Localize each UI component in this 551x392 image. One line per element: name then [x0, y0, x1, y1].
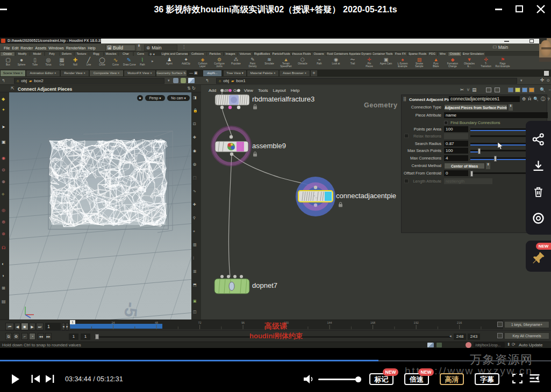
svg-text:144: 144 [327, 321, 332, 324]
svg-text:72: 72 [198, 321, 202, 324]
svg-text:"..: ".. [313, 194, 317, 199]
svg-text:48: 48 [155, 321, 158, 324]
svg-text:24: 24 [111, 321, 115, 324]
svg-text:168: 168 [370, 321, 375, 324]
svg-text:192: 192 [414, 321, 419, 324]
svg-text:216: 216 [457, 321, 462, 324]
svg-text:96: 96 [241, 321, 245, 324]
